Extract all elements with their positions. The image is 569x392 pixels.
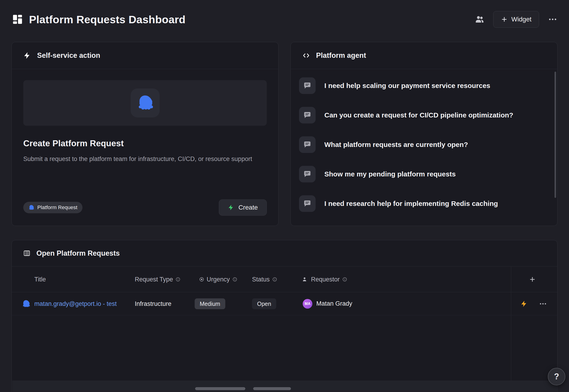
table-horizontal-scrollbar-track	[12, 381, 557, 392]
create-button[interactable]: Create	[219, 199, 267, 216]
horizontal-scrollbar-thumb[interactable]	[253, 387, 291, 390]
lightning-icon	[23, 52, 31, 59]
radio-icon	[199, 277, 204, 282]
column-header-urgency[interactable]: Urgency	[199, 276, 237, 283]
open-requests-table-card: Open Platform Requests Title Request Typ…	[12, 240, 557, 392]
agent-suggestion-text: Can you create a request for CI/CD pipel…	[324, 111, 513, 119]
octopus-icon	[136, 94, 154, 112]
self-service-card-title: Self-service action	[37, 51, 100, 60]
page-header: Platform Requests Dashboard Widget	[0, 0, 569, 28]
action-description: Submit a request to the platform team fo…	[23, 154, 254, 164]
row-title-link[interactable]: matan.grady@getport.io - test	[34, 300, 117, 307]
platform-agent-card-header: Platform agent	[291, 42, 557, 69]
self-service-card-header: Self-service action	[12, 42, 278, 69]
row-urgency-badge-wrap: Medium	[195, 298, 225, 309]
create-button-label: Create	[238, 204, 258, 211]
add-widget-button[interactable]: Widget	[493, 11, 539, 28]
self-service-footer: Platform Request Create	[23, 199, 267, 216]
users-icon[interactable]	[475, 14, 484, 24]
agent-suggestions-list: I need help scaling our payment service …	[291, 69, 557, 226]
action-icon-tile	[131, 88, 160, 117]
entity-chip-platform-request[interactable]: Platform Request	[23, 202, 83, 213]
row-requestor-cell: MA Matan Grady	[303, 299, 352, 309]
chat-bubble-icon	[299, 166, 316, 182]
agent-suggestion[interactable]: Show me my pending platform requests	[299, 159, 557, 189]
column-header-status[interactable]: Status	[252, 276, 277, 283]
page-menu-icon[interactable]	[548, 14, 557, 24]
row-requestor-name: Matan Grady	[316, 300, 352, 307]
info-icon	[272, 277, 277, 282]
column-header-request-type[interactable]: Request Type	[135, 276, 180, 283]
code-icon	[302, 52, 310, 59]
chat-bubble-icon	[299, 195, 316, 212]
add-widget-label: Widget	[512, 16, 531, 23]
row-menu-icon[interactable]	[539, 300, 547, 308]
horizontal-scrollbar-thumb[interactable]	[195, 387, 245, 390]
table-icon	[23, 250, 30, 257]
table-card-header: Open Platform Requests	[12, 240, 557, 266]
octopus-icon	[28, 205, 34, 210]
table-column-header-row: Title Request Type Urgency Status	[12, 266, 557, 292]
info-icon	[342, 277, 347, 282]
agent-suggestion-text: Show me my pending platform requests	[324, 170, 456, 178]
agent-suggestion-text: What platform requests are currently ope…	[324, 141, 468, 149]
column-header-title[interactable]: Title	[34, 276, 46, 283]
help-button[interactable]: ?	[548, 368, 565, 385]
vertical-scrollbar[interactable]	[555, 72, 556, 198]
info-icon	[232, 277, 237, 282]
self-service-card: Self-service action Create Platform Requ…	[12, 42, 279, 226]
table-row[interactable]: matan.grady@getport.io - test Infrastruc…	[12, 292, 557, 315]
top-cards-row: Self-service action Create Platform Requ…	[12, 42, 557, 226]
row-status-badge-wrap: Open	[252, 298, 276, 309]
status-badge: Open	[252, 298, 276, 309]
action-title: Create Platform Request	[23, 139, 267, 148]
lightning-icon	[228, 204, 234, 211]
add-column-button[interactable]	[528, 275, 537, 283]
action-preview-panel	[23, 80, 267, 126]
platform-agent-card: Platform agent I need help scaling our p…	[290, 42, 557, 226]
run-action-lightning-icon[interactable]	[520, 300, 528, 308]
header-actions: Widget	[475, 11, 557, 28]
agent-suggestion[interactable]: I need research help for implementing Re…	[299, 189, 557, 218]
add-column-separator	[511, 266, 511, 381]
self-service-body: Create Platform Request Submit a request…	[12, 69, 278, 226]
urgency-badge: Medium	[195, 298, 225, 309]
agent-suggestion-text: I need research help for implementing Re…	[324, 200, 498, 208]
plus-icon	[501, 16, 508, 23]
page-title: Platform Requests Dashboard	[29, 13, 185, 26]
dashboard-logo-icon	[12, 13, 24, 25]
agent-suggestion[interactable]: What platform requests are currently ope…	[299, 130, 557, 159]
agent-suggestion[interactable]: I need help scaling our payment service …	[299, 71, 557, 100]
chat-bubble-icon	[299, 136, 316, 153]
person-icon	[301, 276, 308, 282]
octopus-icon	[22, 299, 30, 308]
avatar: MA	[303, 299, 312, 309]
row-request-type: Infrastructure	[135, 300, 171, 307]
entity-chip-label: Platform Request	[37, 205, 77, 210]
agent-suggestion-text: I need help scaling our payment service …	[324, 82, 490, 90]
column-header-requestor[interactable]: Requestor	[301, 276, 347, 283]
info-icon	[175, 277, 180, 282]
table-card-title: Open Platform Requests	[36, 249, 120, 257]
platform-agent-card-title: Platform agent	[316, 51, 366, 60]
chat-bubble-icon	[299, 77, 316, 94]
chat-bubble-icon	[299, 107, 316, 124]
agent-suggestion[interactable]: Can you create a request for CI/CD pipel…	[299, 100, 557, 130]
